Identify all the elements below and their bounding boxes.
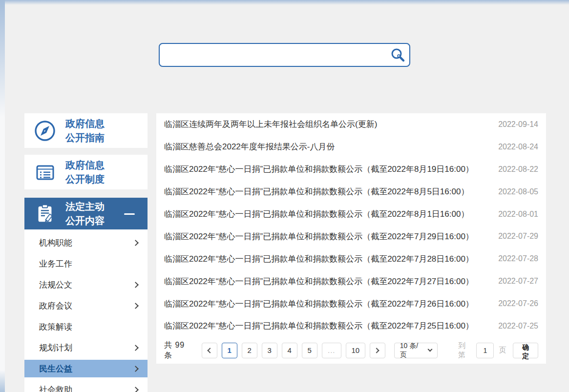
page-size-select[interactable]: 10 条/页	[394, 343, 438, 358]
sidebar-submenu: 机构职能 业务工作 法规公文 政府会议 政策解读 规划计划 民生公益 社会救助	[24, 229, 148, 392]
search-input[interactable]	[160, 44, 387, 66]
page-ellipsis-button[interactable]: ...	[322, 343, 341, 358]
search-icon	[390, 47, 406, 63]
submenu-item-social-assistance[interactable]: 社会救助	[24, 379, 148, 392]
list-item[interactable]: 临淄区慈善总会2022年度年报结果公示-八月份 2022-08-24	[156, 136, 546, 158]
chevron-right-icon	[132, 282, 139, 288]
goto-suffix-label: 页	[499, 346, 506, 355]
page-button-10[interactable]: 10	[346, 343, 365, 358]
submenu-item-planning[interactable]: 规划计划	[24, 337, 148, 358]
search-bar	[159, 43, 410, 67]
left-gradient-border	[0, 0, 5, 117]
page-button-5[interactable]: 5	[302, 343, 317, 358]
chevron-right-icon	[132, 366, 139, 372]
submenu-item-policy-interpretation[interactable]: 政策解读	[24, 316, 148, 337]
list-item[interactable]: 临淄区2022年“慈心一日捐”已捐款单位和捐款数额公示（截至2022年8月19日…	[156, 158, 546, 181]
next-page-button[interactable]	[370, 343, 385, 358]
sidebar-item-guide[interactable]: 政府信息 公开指南	[24, 113, 148, 148]
goto-page-input[interactable]	[476, 343, 494, 358]
left-border-strip	[0, 117, 5, 370]
chevron-right-icon	[132, 303, 139, 309]
left-bottom-gradient	[0, 370, 5, 392]
submenu-item-public-welfare[interactable]: 民生公益	[24, 360, 148, 377]
clipboard-pencil-icon	[33, 202, 57, 226]
list-item[interactable]: 临淄区2022年“慈心一日捐”已捐款单位和捐款数额公示（截至2022年7月25日…	[156, 315, 546, 337]
submenu-item-organization[interactable]: 机构职能	[24, 232, 148, 253]
search-button[interactable]	[387, 44, 409, 66]
list-item[interactable]: 临淄区2022年“慈心一日捐”已捐款单位和捐款数额公示（截至2022年8月1日1…	[156, 203, 546, 226]
goto-page-group: 到第 页 确定	[458, 341, 538, 360]
confirm-button[interactable]: 确定	[513, 343, 538, 358]
announcement-list-panel: 临淄区连续两年及两年以上未年报社会组织名单公示(更新) 2022-09-14 临…	[156, 113, 546, 364]
sidebar-item-label: 政府信息 公开指南	[65, 117, 105, 145]
chevron-left-icon	[208, 348, 213, 353]
list-item[interactable]: 临淄区2022年“慈心一日捐”已捐款单位和捐款数额公示（截至2022年7月27日…	[156, 270, 546, 292]
sidebar-item-system[interactable]: 政府信息 公开制度	[24, 155, 148, 189]
top-gradient-border	[0, 0, 569, 5]
goto-prefix-label: 到第	[458, 341, 471, 360]
submenu-item-meetings[interactable]: 政府会议	[24, 295, 148, 316]
chevron-right-icon	[132, 345, 139, 351]
collapse-minus-icon[interactable]	[124, 213, 135, 215]
list-item[interactable]: 临淄区2022年“慈心一日捐”已捐款单位和捐款数额公示（截至2022年8月5日1…	[156, 181, 546, 203]
sidebar-item-statutory-disclosure[interactable]: 法定主动 公开内容	[24, 198, 148, 229]
list-item[interactable]: 临淄区连续两年及两年以上未年报社会组织名单公示(更新) 2022-09-14	[156, 113, 546, 136]
chevron-right-icon	[132, 240, 139, 246]
prev-page-button[interactable]	[202, 343, 217, 358]
list-item[interactable]: 临淄区2022年“慈心一日捐”已捐款单位和捐款数额公示（截至2022年7月29日…	[156, 225, 546, 248]
chevron-right-icon	[132, 387, 139, 392]
submenu-item-business[interactable]: 业务工作	[24, 253, 148, 274]
total-count-label: 共 99 条	[164, 340, 195, 361]
pagination-bar: 共 99 条 1 2 3 4 5 ... 10 10 条/页 到第 页 确定	[156, 337, 546, 364]
page-button-2[interactable]: 2	[242, 343, 257, 358]
submenu-item-regulations[interactable]: 法规公文	[24, 274, 148, 295]
document-icon	[33, 161, 57, 184]
page-button-4[interactable]: 4	[282, 343, 297, 358]
list-item[interactable]: 临淄区2022年“慈心一日捐”已捐款单位和捐款数额公示（截至2022年7月28日…	[156, 248, 546, 270]
page-button-1[interactable]: 1	[222, 343, 237, 358]
chevron-right-icon	[374, 348, 379, 353]
sidebar-item-label: 政府信息 公开制度	[65, 158, 105, 186]
page-button-3[interactable]: 3	[262, 343, 277, 358]
chevron-down-icon	[428, 347, 433, 352]
list-item[interactable]: 临淄区2022年“慈心一日捐”已捐款单位和捐款数额公示（截至2022年7月26日…	[156, 292, 546, 315]
compass-icon	[33, 119, 57, 143]
sidebar-item-label: 法定主动 公开内容	[65, 200, 105, 228]
